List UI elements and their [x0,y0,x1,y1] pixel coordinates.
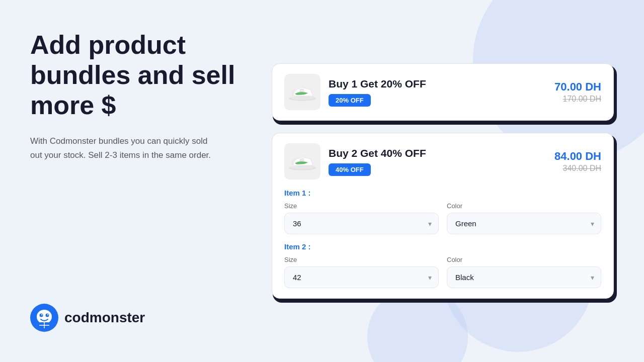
logo-area: codmonster [30,304,242,332]
right-panel: Buy 1 Get 20% OFF 20% OFF 70.00 DH 170.0… [272,53,614,309]
item-2-color-select[interactable]: Green Black White Blue Red [447,266,601,288]
card-2-info: Buy 2 Get 40% OFF 40% OFF [329,147,546,176]
left-panel: Add product bundles and sell more $ With… [30,20,242,342]
item-2-size-select-wrapper[interactable]: 36 38 40 42 44 [284,266,439,288]
item-2-color-group: Color Green Black White Blue Red [447,256,601,288]
item-1-section: Item 1 : Size 36 38 40 42 44 [284,189,601,234]
bundle-card-1: Buy 1 Get 20% OFF 20% OFF 70.00 DH 170.0… [272,63,614,121]
price-area-1: 70.00 DH 170.00 DH [554,80,601,104]
price-area-2: 84.00 DH 340.00 DH [554,150,601,173]
item-1-color-select[interactable]: Green Black White Blue Red [447,213,601,234]
item-2-label: Item 2 : [284,242,601,251]
svg-line-16 [299,160,304,161]
shoe-image-1 [284,74,320,110]
item-1-color-label: Color [447,202,601,210]
item-1-size-select[interactable]: 36 38 40 42 44 [284,213,439,234]
bundle-2-title: Buy 2 Get 40% OFF [329,147,546,159]
item-1-color-group: Color Green Black White Blue Red [447,202,601,234]
svg-line-13 [299,91,304,92]
item-1-size-group: Size 36 38 40 42 44 [284,202,439,234]
item-2-color-label: Color [447,256,601,263]
discount-badge-1: 20% OFF [329,94,371,107]
price-current-1: 70.00 DH [554,80,601,94]
discount-badge-2: 40% OFF [329,163,371,176]
item-2-size-label: Size [284,256,439,263]
price-original-2: 340.00 DH [554,164,601,173]
item-2-section: Item 2 : Size 36 38 40 42 44 [284,242,601,288]
item-1-row: Size 36 38 40 42 44 Color [284,202,601,234]
codmonster-logo-icon [30,304,58,332]
svg-line-12 [300,89,304,90]
svg-point-5 [46,314,49,317]
item-1-label: Item 1 : [284,189,601,197]
item-1-size-label: Size [284,202,439,210]
bundle-1-title: Buy 1 Get 20% OFF [329,78,546,90]
card-1-info: Buy 1 Get 20% OFF 20% OFF [329,78,546,107]
bundle-card-2: Buy 2 Get 40% OFF 40% OFF 84.00 DH 340.0… [272,133,614,299]
shoe-image-2 [284,143,320,179]
item-2-size-select[interactable]: 36 38 40 42 44 [284,266,439,288]
svg-line-15 [300,159,304,159]
item-2-color-select-wrapper[interactable]: Green Black White Blue Red [447,266,601,288]
main-heading: Add product bundles and sell more $ [30,30,242,120]
price-current-2: 84.00 DH [554,150,601,163]
svg-point-6 [41,314,42,315]
item-1-color-select-wrapper[interactable]: Green Black White Blue Red [447,213,601,234]
item-2-row: Size 36 38 40 42 44 Color [284,256,601,288]
price-original-1: 170.00 DH [554,95,601,104]
svg-point-7 [47,314,48,315]
item-1-size-select-wrapper[interactable]: 36 38 40 42 44 [284,213,439,234]
svg-point-4 [40,314,43,317]
logo-text: codmonster [64,310,145,326]
item-2-size-group: Size 36 38 40 42 44 [284,256,439,288]
sub-text: With Codmonster bundles you can quickly … [30,134,211,162]
svg-point-1 [37,310,52,324]
